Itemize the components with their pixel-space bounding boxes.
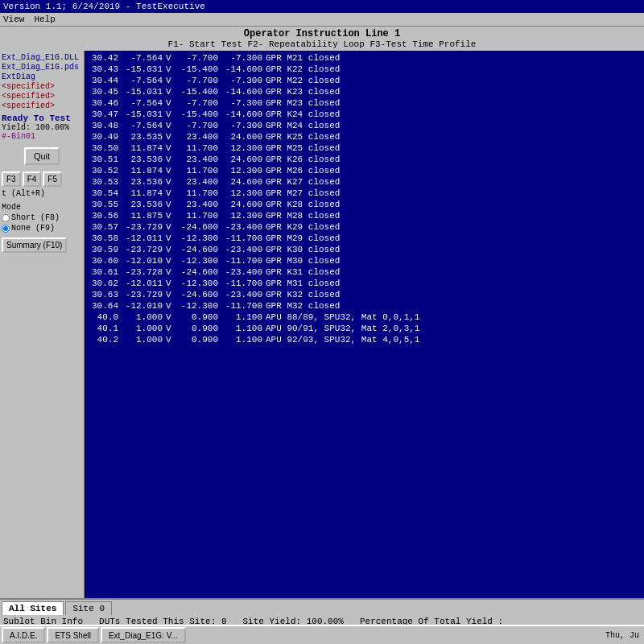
row-val3: -23.400 [221, 221, 266, 233]
ets-shell-button[interactable]: ETS Shell [47, 627, 98, 643]
row-val2: 23.400 [177, 199, 221, 210]
row-val1: 1.000 [122, 312, 166, 323]
row-val1: -23.729 [122, 289, 166, 300]
f4-button[interactable]: F4 [23, 171, 42, 187]
row-val1: 11.874 [122, 188, 166, 199]
mode-none-label: None (F9) [11, 224, 55, 233]
row-unit: V [166, 86, 177, 97]
quit-button[interactable]: Quit [24, 147, 60, 165]
row-desc: GPR K25 closed [266, 131, 641, 142]
row-val1: -7.564 [122, 120, 166, 131]
row-val3: 12.300 [221, 165, 266, 176]
table-row: 40.1 1.000 V 0.900 1.100 APU 90/91, SPU3… [88, 323, 641, 334]
row-val2: -15.400 [177, 64, 221, 75]
row-val1: -7.564 [122, 97, 166, 109]
ext-diag-button[interactable]: Ext_Diag_E1G: V... [101, 627, 186, 643]
row-val2: -7.700 [177, 75, 221, 86]
table-row: 30.49 23.535 V 23.400 24.600 GPR K25 clo… [88, 131, 641, 142]
row-unit: V [166, 323, 177, 334]
row-unit: V [166, 131, 177, 142]
row-unit: V [166, 109, 177, 120]
aide-button[interactable]: A.I.D.E. [2, 627, 45, 643]
mode-short-radio[interactable] [2, 214, 10, 222]
summary-button[interactable]: Summary (F10) [2, 237, 67, 253]
row-seq: 30.58 [88, 233, 122, 244]
mode-none[interactable]: None (F9) [2, 224, 82, 233]
row-val2: -15.400 [177, 109, 221, 120]
table-row: 30.42 -7.564 V -7.700 -7.300 GPR M21 clo… [88, 52, 641, 64]
row-val3: -7.300 [221, 120, 266, 131]
mode-none-radio[interactable] [2, 225, 10, 233]
row-val3: -11.700 [221, 300, 266, 312]
sidebar-ready-label: Ready To Test [2, 114, 82, 123]
row-val3: -14.600 [221, 109, 266, 120]
row-val1: -12.010 [122, 300, 166, 312]
row-desc: GPR M23 closed [266, 97, 641, 109]
row-val2: 23.400 [177, 176, 221, 188]
tab-site-0[interactable]: Site 0 [65, 601, 112, 615]
tab-all-sites[interactable]: All Sites [2, 601, 64, 615]
mode-section: Mode Short (F8) None (F9) [2, 203, 82, 233]
row-val3: 24.600 [221, 199, 266, 210]
row-unit: V [166, 244, 177, 255]
row-seq: 40.1 [88, 323, 122, 334]
row-val1: -15.031 [122, 86, 166, 97]
row-unit: V [166, 97, 177, 109]
row-seq: 30.51 [88, 154, 122, 165]
row-val1: -15.031 [122, 64, 166, 75]
row-desc: GPR K28 closed [266, 199, 641, 210]
row-seq: 30.44 [88, 75, 122, 86]
mode-short[interactable]: Short (F8) [2, 213, 82, 222]
menu-view[interactable]: View [3, 14, 24, 24]
row-seq: 30.63 [88, 289, 122, 300]
row-desc: GPR K31 closed [266, 266, 641, 278]
row-unit: V [166, 52, 177, 64]
alt-label: t (Alt+R) [2, 189, 82, 198]
mode-short-label: Short (F8) [11, 213, 60, 222]
row-val3: -11.700 [221, 278, 266, 289]
fkeys-bar: F3 F4 F5 [2, 171, 82, 187]
row-seq: 30.43 [88, 64, 122, 75]
row-unit: V [166, 278, 177, 289]
row-val3: -7.300 [221, 52, 266, 64]
row-val3: 12.300 [221, 142, 266, 154]
f3-button[interactable]: F3 [2, 171, 21, 187]
row-unit: V [166, 199, 177, 210]
row-seq: 30.61 [88, 266, 122, 278]
row-val2: 11.700 [177, 210, 221, 221]
row-val3: -7.300 [221, 75, 266, 86]
row-val2: -7.700 [177, 97, 221, 109]
row-desc: GPR M24 closed [266, 120, 641, 131]
f5-button[interactable]: F5 [43, 171, 62, 187]
row-unit: V [166, 165, 177, 176]
row-val1: -12.010 [122, 255, 166, 266]
mode-label: Mode [2, 203, 82, 212]
table-row: 30.62 -12.011 V -12.300 -11.700 GPR M31 … [88, 278, 641, 289]
row-unit: V [166, 188, 177, 199]
table-row: 30.46 -7.564 V -7.700 -7.300 GPR M23 clo… [88, 97, 641, 109]
row-val2: -12.300 [177, 300, 221, 312]
row-unit: V [166, 210, 177, 221]
title-text: Version 1.1; 6/24/2019 - TestExecutive [3, 2, 205, 11]
row-val1: -23.729 [122, 221, 166, 233]
row-val3: 24.600 [221, 154, 266, 165]
row-seq: 30.54 [88, 188, 122, 199]
row-seq: 30.48 [88, 120, 122, 131]
row-unit: V [166, 221, 177, 233]
row-val1: -12.011 [122, 278, 166, 289]
row-val1: -12.011 [122, 233, 166, 244]
table-row: 30.63 -23.729 V -24.600 -23.400 GPR K32 … [88, 289, 641, 300]
row-val2: -15.400 [177, 86, 221, 97]
row-val1: -7.564 [122, 52, 166, 64]
table-row: 40.0 1.000 V 0.900 1.100 APU 88/89, SPU3… [88, 312, 641, 323]
menu-help[interactable]: Help [34, 14, 55, 24]
row-desc: GPR M27 closed [266, 188, 641, 199]
row-seq: 30.60 [88, 255, 122, 266]
row-val1: -15.031 [122, 109, 166, 120]
row-val3: -14.600 [221, 64, 266, 75]
row-seq: 30.42 [88, 52, 122, 64]
row-seq: 30.53 [88, 176, 122, 188]
row-seq: 30.55 [88, 199, 122, 210]
row-val3: -23.400 [221, 266, 266, 278]
row-seq: 30.62 [88, 278, 122, 289]
